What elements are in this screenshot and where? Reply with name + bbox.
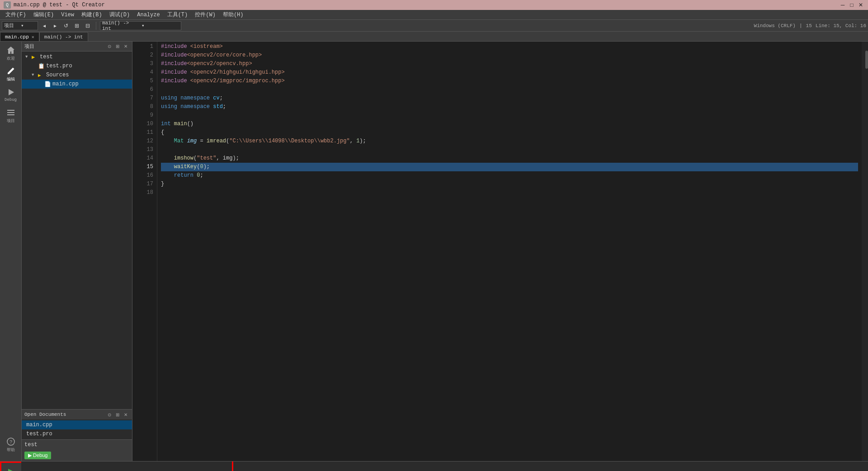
tree-item-testpro[interactable]: 📋 test.pro (22, 61, 132, 71)
project-panel: 项目 ⊙ ⊞ ✕ ▼ ▶ test 📋 test.pro (22, 42, 132, 461)
code-line-5: #include <opencv2/imgproc/imgproc.hpp> (161, 77, 858, 85)
tab-label: main() -> int (44, 34, 83, 40)
code-line-9 (161, 111, 858, 120)
open-docs-btn1[interactable]: ⊙ (106, 411, 113, 418)
line-num-18: 18 (132, 188, 153, 197)
sidebar-help[interactable]: ? 帮助 (1, 435, 21, 455)
tab-bar: main.cpp ✕ main() -> int (0, 32, 868, 42)
edit-icon (6, 66, 15, 75)
line-num-7: 7 (132, 94, 153, 103)
sidebar-welcome[interactable]: 欢迎 (1, 43, 21, 63)
function-combo[interactable]: main() -> int ▾ (100, 21, 181, 30)
code-line-14: imshow("test", img); (161, 154, 858, 163)
debug-project-label: test (24, 442, 129, 448)
svg-rect-3 (7, 114, 14, 115)
tab-label: main.cpp (5, 34, 29, 40)
file-icon-testpro: 📋 (38, 63, 45, 70)
open-documents-header: Open Documents ⊙ ⊞ ✕ (22, 410, 132, 419)
project-icon (6, 108, 15, 117)
code-line-16: return 0; (161, 171, 858, 180)
line-num-16: 16 (132, 171, 153, 180)
code-line-8: using namespace std; (161, 103, 858, 111)
minimize-button[interactable]: ─ (839, 1, 846, 9)
open-docs-btn2[interactable]: ⊞ (114, 411, 121, 418)
play-button[interactable]: ▶ (1, 462, 21, 471)
line-num-11: 11 (132, 128, 153, 137)
close-button[interactable]: ✕ (857, 1, 864, 9)
code-line-3: #include<opencv2/opencv.hpp> (161, 60, 858, 68)
code-line-2: #include<opencv2/core/core.hpp> (161, 51, 858, 60)
menu-bar: 文件(F) 编辑(E) View 构建(B) 调试(D) Analyze 工具(… (0, 10, 868, 20)
window-title: main.cpp @ test - Qt Creator (14, 2, 839, 8)
menu-file[interactable]: 文件(F) (2, 10, 30, 19)
sidebar-edit[interactable]: 编辑 (1, 64, 21, 84)
sidebar-debug[interactable]: Debug (1, 85, 21, 105)
line-numbers: 1 2 3 4 5 6 7 8 9 10 11 12 13 14 15 16 1… (132, 42, 157, 461)
line-num-4: 4 (132, 68, 153, 77)
menu-build[interactable]: 构建(B) (78, 10, 106, 19)
menu-edit[interactable]: 编辑(E) (30, 10, 58, 19)
scrollbar-thumb[interactable] (865, 51, 868, 69)
open-docs-toolbar: ⊙ ⊞ ✕ (106, 411, 129, 418)
nav-btn2[interactable]: ⊞ (72, 21, 81, 30)
menu-controls[interactable]: 控件(W) (191, 10, 219, 19)
nav-btn1[interactable]: ↺ (61, 21, 71, 30)
code-line-17: } (161, 180, 858, 188)
toolbar: 项目 ▾ ◂ ▸ ↺ ⊞ ⊟ main() -> int ▾ Windows (… (0, 20, 868, 32)
tree-label-testpro: test.pro (46, 63, 132, 69)
code-line-18 (161, 188, 858, 197)
project-combo[interactable]: 项目 ▾ (2, 21, 38, 30)
line-num-8: 8 (132, 103, 153, 111)
title-bar: Q main.cpp @ test - Qt Creator ─ □ ✕ (0, 0, 868, 10)
code-line-12: Mat img = imread("C:\\Users\\14098\\Desk… (161, 137, 858, 146)
run-area: ▶ (0, 462, 233, 471)
run-debug-button[interactable]: ▶ Debug (24, 452, 51, 459)
tab-main-cpp[interactable]: main.cpp ✕ (0, 32, 39, 41)
open-doc-testpro[interactable]: test.pro (22, 429, 132, 438)
open-doc-maincpp[interactable]: main.cpp (22, 420, 132, 429)
line-num-6: 6 (132, 85, 153, 94)
menu-analyze[interactable]: Analyze (133, 11, 163, 19)
menu-tools[interactable]: 工具(T) (164, 10, 192, 19)
sidebar-project[interactable]: 项目 (1, 106, 21, 126)
folder-icon-test: ▶ (32, 54, 39, 61)
code-editor[interactable]: #include <iostream> #include<opencv2/cor… (157, 42, 862, 461)
home-icon (6, 46, 15, 55)
code-line-13 (161, 146, 858, 154)
help-icon: ? (6, 437, 15, 446)
svg-marker-0 (9, 89, 14, 95)
scrollbar-track[interactable] (865, 42, 868, 461)
panel-toolbar: ⊙ ⊞ ✕ (106, 43, 129, 50)
folder-icon-sources: ▶ (38, 72, 45, 78)
panel-sync-btn[interactable]: ⊙ (106, 43, 113, 50)
svg-text:?: ? (9, 439, 13, 445)
tab-main-int[interactable]: main() -> int (39, 32, 88, 41)
tree-item-test[interactable]: ▼ ▶ test (22, 52, 132, 61)
menu-view[interactable]: View (57, 11, 78, 19)
line-num-14: 14 (132, 154, 153, 163)
menu-help[interactable]: 帮助(H) (219, 10, 247, 19)
tree-label-sources: Sources (46, 72, 132, 78)
nav-btn3[interactable]: ⊟ (83, 21, 92, 30)
maximize-button[interactable]: □ (848, 1, 855, 9)
panel-layout-btn[interactable]: ⊞ (114, 43, 121, 50)
forward-button[interactable]: ▸ (51, 21, 60, 30)
panel-close-btn[interactable]: ✕ (122, 43, 129, 50)
editor-right-margin (862, 42, 868, 461)
open-documents-panel: Open Documents ⊙ ⊞ ✕ main.cpp test.pro (22, 409, 132, 439)
main-layout: 欢迎 编辑 Debug 项目 ? 帮 (0, 42, 868, 461)
back-button[interactable]: ◂ (40, 21, 49, 30)
code-line-15: waitKey(0); (161, 163, 858, 171)
run-input[interactable] (21, 462, 232, 471)
line-num-3: 3 (132, 60, 153, 68)
tree-item-maincpp[interactable]: 📄 main.cpp (22, 80, 132, 89)
tree-label-maincpp: main.cpp (52, 81, 132, 87)
toolbar-separator (96, 22, 96, 30)
tree-item-sources[interactable]: ▼ ▶ Sources (22, 71, 132, 80)
menu-debug[interactable]: 调试(D) (106, 10, 134, 19)
editor-area: 1 2 3 4 5 6 7 8 9 10 11 12 13 14 15 16 1… (132, 42, 868, 461)
tab-close-icon[interactable]: ✕ (32, 34, 34, 40)
code-line-10: int main() (161, 120, 858, 128)
line-num-2: 2 (132, 51, 153, 60)
open-docs-close[interactable]: ✕ (122, 411, 129, 418)
